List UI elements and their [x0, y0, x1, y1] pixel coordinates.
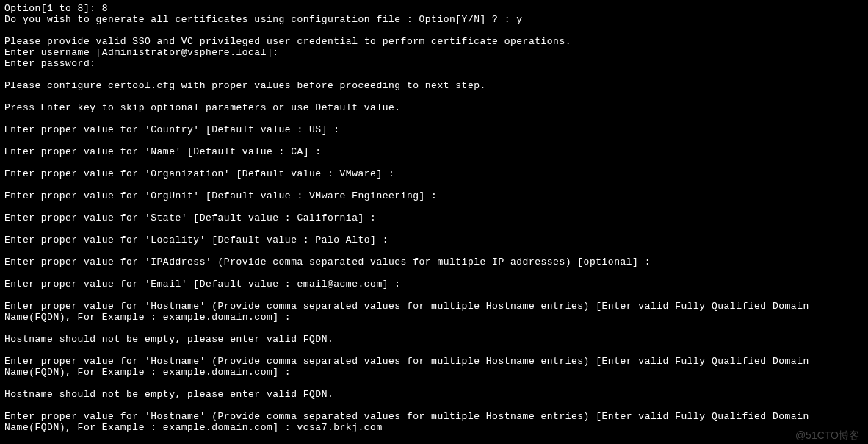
terminal-line [4, 323, 864, 334]
terminal-line: Enter proper value for 'State' [Default … [4, 212, 864, 223]
terminal-line [4, 246, 864, 257]
terminal-line: Enter proper value for 'IPAddress' (Prov… [4, 257, 864, 268]
terminal-line [4, 157, 864, 168]
terminal-line: Enter password: [4, 58, 864, 69]
terminal-line [4, 135, 864, 146]
terminal-line: Enter proper value for 'Hostname' (Provi… [4, 411, 864, 433]
terminal-line [4, 201, 864, 212]
terminal-output[interactable]: Option[1 to 8]: 8Do you wish to generate… [4, 3, 864, 433]
terminal-line: Enter proper value for 'Email' [Default … [4, 279, 864, 290]
terminal-line: Enter proper value for 'Hostname' (Provi… [4, 301, 864, 323]
terminal-line [4, 268, 864, 279]
terminal-line [4, 25, 864, 36]
terminal-line [4, 91, 864, 102]
terminal-line: Hostname should not be empty, please ent… [4, 334, 864, 345]
terminal-line: Enter proper value for 'Name' [Default v… [4, 146, 864, 157]
terminal-line [4, 345, 864, 356]
terminal-line: Enter username [Administrator@vsphere.lo… [4, 47, 864, 58]
terminal-line: Press Enter key to skip optional paramet… [4, 102, 864, 113]
terminal-line: Please configure certool.cfg with proper… [4, 80, 864, 91]
terminal-line [4, 400, 864, 411]
watermark-text: @51CTO博客 [795, 430, 859, 441]
terminal-line: Option[1 to 8]: 8 [4, 3, 864, 14]
terminal-line [4, 378, 864, 389]
terminal-line: Enter proper value for 'OrgUnit' [Defaul… [4, 190, 864, 201]
terminal-line [4, 290, 864, 301]
terminal-line: Enter proper value for 'Hostname' (Provi… [4, 356, 864, 378]
terminal-line [4, 113, 864, 124]
terminal-line: Enter proper value for 'Country' [Defaul… [4, 124, 864, 135]
terminal-line: Hostname should not be empty, please ent… [4, 389, 864, 400]
terminal-line [4, 69, 864, 80]
terminal-line [4, 223, 864, 234]
terminal-line: Do you wish to generate all certificates… [4, 14, 864, 25]
terminal-line [4, 179, 864, 190]
terminal-line: Please provide valid SSO and VC privileg… [4, 36, 864, 47]
terminal-line: Enter proper value for 'Locality' [Defau… [4, 234, 864, 246]
terminal-line: Enter proper value for 'Organization' [D… [4, 168, 864, 179]
